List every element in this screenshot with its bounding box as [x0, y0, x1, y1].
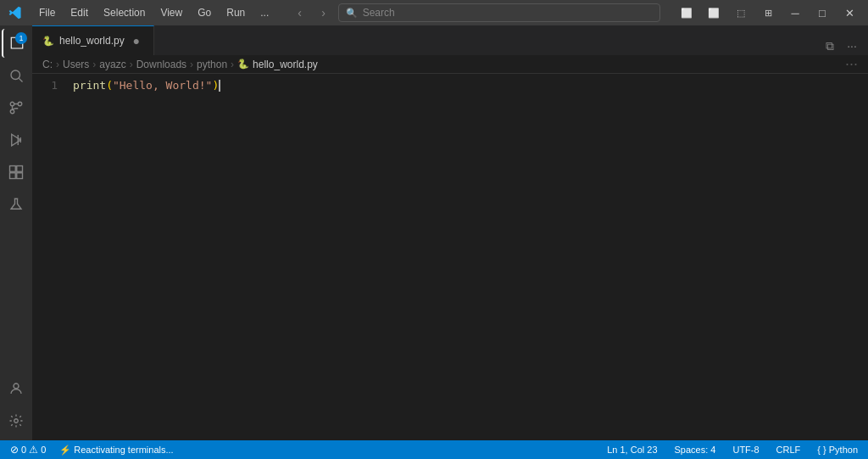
search-icon: 🔍: [346, 8, 358, 19]
activity-bar: 1: [0, 25, 32, 440]
breadcrumb-sep-2: ›: [92, 59, 96, 70]
breadcrumb-sep-4: ›: [190, 59, 193, 70]
minimize-button[interactable]: ─: [783, 4, 807, 21]
line-number-1: 1: [32, 77, 58, 93]
nav-back-button[interactable]: ‹: [291, 3, 309, 22]
split-editor-button[interactable]: ⧉: [821, 36, 839, 55]
language-icon: { }: [817, 445, 826, 455]
search-bar[interactable]: 🔍 Search: [338, 3, 660, 22]
maximize-button[interactable]: □: [810, 4, 834, 21]
error-count: 0: [21, 445, 26, 455]
breadcrumb-users-label: Users: [63, 59, 89, 70]
status-errors[interactable]: ⊘ 0 ⚠ 0: [7, 440, 49, 459]
status-spaces[interactable]: Spaces: 4: [671, 440, 720, 459]
breadcrumb-python-label: python: [197, 59, 227, 70]
svg-point-13: [14, 419, 19, 423]
activity-search[interactable]: [2, 61, 31, 90]
status-language[interactable]: { } Python: [814, 440, 861, 459]
menu-run[interactable]: Run: [220, 5, 252, 20]
activity-source-control[interactable]: [2, 93, 31, 122]
python-file-icon: 🐍: [42, 36, 54, 47]
title-bar-left: File Edit Selection View Go Run ...: [7, 4, 275, 21]
minimap: [860, 74, 868, 440]
activity-settings[interactable]: [2, 406, 31, 435]
menu-bar: File Edit Selection View Go Run ...: [32, 5, 275, 20]
main-body: 1 🐍 hello: [0, 25, 868, 440]
breadcrumb-ayazc[interactable]: ayazc: [99, 59, 125, 70]
position-label: Ln 1, Col 23: [607, 445, 657, 455]
terminal-icon: ⚡: [59, 445, 71, 456]
layout-sidebar-button[interactable]: ⬜: [702, 4, 726, 21]
breadcrumb-ellipsis: ···: [845, 55, 858, 73]
code-area[interactable]: 1 print("Hello, World!"): [32, 74, 868, 440]
close-button[interactable]: ✕: [837, 4, 861, 21]
editor-tab-hello-world[interactable]: 🐍 hello_world.py ●: [32, 25, 154, 55]
code-content[interactable]: print("Hello, World!"): [66, 74, 860, 440]
status-bar-left: ⊘ 0 ⚠ 0 ⚡ Reactivating terminals...: [7, 440, 177, 459]
tab-close-button[interactable]: ●: [130, 34, 143, 48]
layout-grid-button[interactable]: ⊞: [756, 4, 780, 21]
activity-run-debug[interactable]: [2, 126, 31, 154]
tab-filename: hello_world.py: [59, 35, 125, 47]
warning-icon: ⚠: [29, 444, 38, 456]
menu-go[interactable]: Go: [191, 5, 218, 20]
token-paren-open: (: [106, 77, 113, 93]
more-actions-button[interactable]: ···: [843, 36, 861, 55]
svg-line-1: [19, 78, 22, 81]
svg-rect-10: [10, 173, 16, 179]
error-icon: ⊘: [10, 444, 19, 456]
breadcrumb-sep-1: ›: [56, 59, 59, 70]
breadcrumb-downloads[interactable]: Downloads: [136, 59, 186, 70]
menu-view[interactable]: View: [153, 5, 189, 20]
nav-forward-button[interactable]: ›: [314, 3, 333, 22]
activity-flask[interactable]: [2, 190, 31, 219]
layout-editor-button[interactable]: ⬜: [675, 4, 698, 21]
encoding-label: UTF-8: [732, 445, 759, 455]
menu-more[interactable]: ...: [253, 5, 275, 20]
language-label: Python: [829, 445, 858, 455]
breadcrumb-users[interactable]: Users: [63, 59, 89, 70]
code-line-1: print("Hello, World!"): [73, 77, 860, 93]
activity-account[interactable]: [2, 374, 31, 403]
menu-selection[interactable]: Selection: [97, 5, 152, 20]
menu-file[interactable]: File: [32, 5, 62, 20]
title-bar-right: ⬜ ⬜ ⬚ ⊞ ─ □ ✕: [675, 4, 861, 21]
status-bar: ⊘ 0 ⚠ 0 ⚡ Reactivating terminals... Ln 1…: [0, 440, 868, 459]
breadcrumb-file-icon: 🐍: [237, 59, 249, 70]
search-placeholder: Search: [363, 7, 395, 19]
status-encoding[interactable]: UTF-8: [729, 440, 762, 459]
editor-area: 🐍 hello_world.py ● ⧉ ··· C: › Users › ay…: [32, 25, 868, 440]
svg-point-0: [11, 70, 20, 80]
tab-bar-actions: ⧉ ···: [821, 36, 868, 55]
breadcrumb-file[interactable]: 🐍 hello_world.py: [237, 59, 318, 70]
text-cursor: [219, 80, 220, 92]
svg-rect-9: [17, 166, 23, 172]
status-position[interactable]: Ln 1, Col 23: [604, 440, 660, 459]
spaces-label: Spaces: 4: [675, 445, 716, 455]
layout-panel-button[interactable]: ⬚: [729, 4, 753, 21]
breadcrumb-ayazc-label: ayazc: [99, 59, 125, 70]
breadcrumb-c: C:: [42, 59, 53, 70]
tab-bar: 🐍 hello_world.py ● ⧉ ···: [32, 25, 868, 55]
breadcrumb-filename: hello_world.py: [253, 59, 318, 70]
activity-explorer[interactable]: 1: [2, 29, 31, 58]
title-bar: File Edit Selection View Go Run ... ‹ › …: [0, 0, 868, 25]
svg-point-3: [18, 102, 22, 106]
activity-bar-bottom: [2, 374, 31, 440]
token-paren-close: ): [212, 77, 219, 93]
warning-count: 0: [41, 445, 46, 455]
breadcrumb-python[interactable]: python: [197, 59, 227, 70]
svg-point-4: [10, 109, 14, 114]
menu-edit[interactable]: Edit: [64, 5, 95, 20]
title-bar-center: ‹ › 🔍 Search: [291, 3, 660, 22]
status-line-ending[interactable]: CRLF: [773, 440, 804, 459]
breadcrumb-sep-3: ›: [130, 59, 133, 70]
status-terminal[interactable]: ⚡ Reactivating terminals...: [56, 440, 176, 459]
vscode-logo: [7, 4, 24, 21]
breadcrumb-downloads-label: Downloads: [136, 59, 186, 70]
breadcrumb-drive[interactable]: C:: [42, 59, 53, 70]
status-bar-right: Ln 1, Col 23 Spaces: 4 UTF-8 CRLF { } Py…: [604, 440, 861, 459]
breadcrumb: C: › Users › ayazc › Downloads › python …: [32, 55, 868, 74]
activity-extensions[interactable]: [2, 158, 31, 187]
svg-marker-5: [12, 134, 21, 146]
